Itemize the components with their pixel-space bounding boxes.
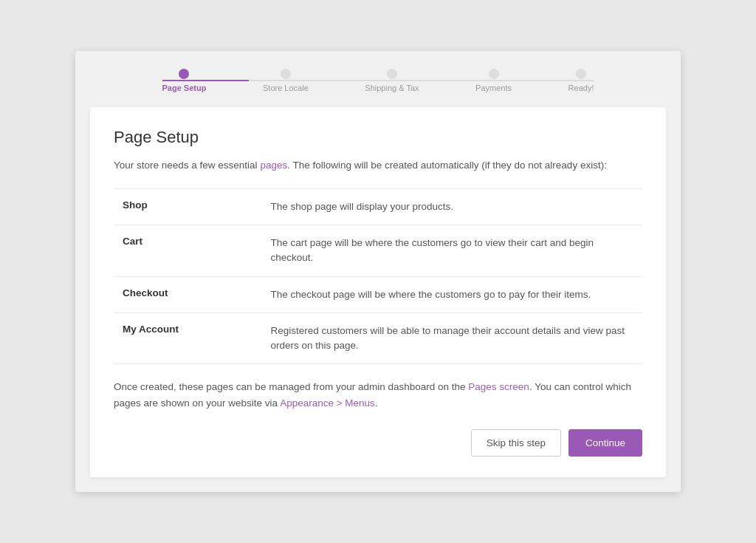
stepper-item-store-locale: Store Locale <box>263 69 309 92</box>
page-name-cell: Shop <box>114 188 261 225</box>
stepper-label-page-setup: Page Setup <box>162 83 207 92</box>
stepper-item-payments: Payments <box>475 69 512 92</box>
page-wrapper: Page Setup Store Locale Shipping & Tax P… <box>75 51 681 491</box>
table-row: Checkout The checkout page will be where… <box>114 276 642 313</box>
page-desc-cell: The cart page will be where the customer… <box>261 225 642 277</box>
footer-text-3: . <box>375 397 378 409</box>
main-card: Page Setup Your store needs a few essent… <box>90 107 666 477</box>
stepper: Page Setup Store Locale Shipping & Tax P… <box>90 69 666 92</box>
table-row: Shop The shop page will display your pro… <box>114 188 642 225</box>
description-text-1: Your store needs a few essential <box>114 160 260 171</box>
stepper-dot-shipping <box>387 69 397 79</box>
pages-table: Shop The shop page will display your pro… <box>114 188 642 365</box>
pages-link[interactable]: pages <box>260 160 287 171</box>
continue-button[interactable]: Continue <box>568 429 642 457</box>
stepper-item-shipping: Shipping & Tax <box>365 69 419 92</box>
page-desc-cell: The shop page will display your products… <box>261 188 642 225</box>
stepper-item-ready: Ready! <box>568 69 594 92</box>
page-title: Page Setup <box>114 128 642 147</box>
page-name-cell: Cart <box>114 225 261 277</box>
stepper-label-payments: Payments <box>475 83 512 92</box>
footer-text-1: Once created, these pages can be managed… <box>114 381 468 392</box>
page-name-cell: Checkout <box>114 276 261 313</box>
stepper-item-page-setup: Page Setup <box>162 69 207 92</box>
stepper-label-ready: Ready! <box>568 83 594 92</box>
table-row: Cart The cart page will be where the cus… <box>114 225 642 277</box>
intro-description: Your store needs a few essential pages. … <box>114 157 642 174</box>
description-text-2: . The following will be created automati… <box>287 160 607 171</box>
appearance-menus-link[interactable]: Appearance > Menus <box>280 397 375 409</box>
page-name-cell: My Account <box>114 313 261 364</box>
page-desc-cell: Registered customers will be able to man… <box>261 313 642 364</box>
button-row: Skip this step Continue <box>114 429 642 457</box>
stepper-dot-payments <box>489 69 499 79</box>
stepper-label-store-locale: Store Locale <box>263 83 309 92</box>
stepper-items: Page Setup Store Locale Shipping & Tax P… <box>162 69 594 92</box>
page-desc-cell: The checkout page will be where the cust… <box>261 276 642 313</box>
footer-description: Once created, these pages can be managed… <box>114 379 642 411</box>
stepper-dot-ready <box>576 69 586 79</box>
pages-screen-link[interactable]: Pages screen <box>468 381 529 392</box>
stepper-dot-store-locale <box>281 69 291 79</box>
table-row: My Account Registered customers will be … <box>114 313 642 364</box>
stepper-label-shipping: Shipping & Tax <box>365 83 419 92</box>
stepper-dot-page-setup <box>179 69 189 79</box>
skip-button[interactable]: Skip this step <box>471 429 561 457</box>
